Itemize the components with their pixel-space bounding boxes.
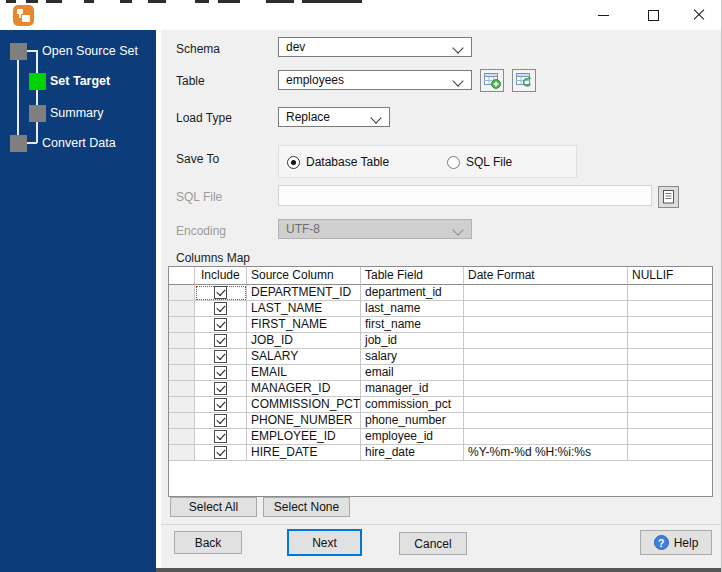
load-type-select[interactable]: Replace <box>278 107 390 127</box>
refresh-tables-button[interactable] <box>512 69 536 92</box>
include-cell[interactable] <box>195 365 247 381</box>
source-column-cell[interactable]: HIRE_DATE <box>247 445 361 461</box>
nullif-cell[interactable] <box>628 365 712 381</box>
table-field-cell[interactable]: employee_id <box>361 429 464 445</box>
nullif-cell[interactable] <box>628 397 712 413</box>
include-checkbox[interactable] <box>214 318 227 331</box>
nullif-cell[interactable] <box>628 301 712 317</box>
table-field-cell[interactable]: last_name <box>361 301 464 317</box>
minimize-button[interactable] <box>588 1 618 29</box>
source-column-cell[interactable]: LAST_NAME <box>247 301 361 317</box>
include-cell[interactable] <box>195 285 247 301</box>
refresh-table-icon <box>516 72 533 89</box>
row-selector[interactable] <box>169 429 195 445</box>
table-field-cell[interactable]: first_name <box>361 317 464 333</box>
include-cell[interactable] <box>195 429 247 445</box>
nullif-cell[interactable] <box>628 333 712 349</box>
nullif-cell[interactable] <box>628 429 712 445</box>
include-checkbox[interactable] <box>214 398 227 411</box>
source-column-cell[interactable]: COMMISSION_PCT <box>247 397 361 413</box>
include-cell[interactable] <box>195 333 247 349</box>
nullif-cell[interactable] <box>628 445 712 461</box>
date-format-cell[interactable] <box>464 381 628 397</box>
next-button[interactable]: Next <box>287 529 362 556</box>
table-field-cell[interactable]: email <box>361 365 464 381</box>
row-selector[interactable] <box>169 397 195 413</box>
include-cell[interactable] <box>195 445 247 461</box>
table-field-cell[interactable]: department_id <box>361 285 464 301</box>
include-checkbox[interactable] <box>214 430 227 443</box>
source-column-cell[interactable]: MANAGER_ID <box>247 381 361 397</box>
table-select[interactable]: employees <box>278 70 472 90</box>
table-field-cell[interactable]: hire_date <box>361 445 464 461</box>
date-format-cell[interactable] <box>464 301 628 317</box>
row-selector[interactable] <box>169 301 195 317</box>
select-none-button[interactable]: Select None <box>263 497 350 517</box>
source-column-cell[interactable]: EMPLOYEE_ID <box>247 429 361 445</box>
select-all-button[interactable]: Select All <box>170 497 257 517</box>
source-column-cell[interactable]: FIRST_NAME <box>247 317 361 333</box>
close-button[interactable] <box>684 1 714 29</box>
browse-sql-file-button[interactable] <box>658 186 679 208</box>
include-checkbox[interactable] <box>214 350 227 363</box>
date-format-cell[interactable] <box>464 333 628 349</box>
save-to-database-table-option[interactable]: Database Table <box>287 155 389 169</box>
schema-select[interactable]: dev <box>278 37 472 57</box>
create-table-button[interactable] <box>480 69 504 92</box>
source-column-cell[interactable]: SALARY <box>247 349 361 365</box>
table-field-cell[interactable]: salary <box>361 349 464 365</box>
radio-unselected-icon <box>447 156 460 169</box>
row-selector[interactable] <box>169 445 195 461</box>
maximize-button[interactable] <box>638 1 668 29</box>
load-type-label: Load Type <box>176 111 232 125</box>
help-button[interactable]: ? Help <box>640 530 712 555</box>
date-format-cell[interactable] <box>464 413 628 429</box>
include-checkbox[interactable] <box>214 446 227 459</box>
source-column-cell[interactable]: JOB_ID <box>247 333 361 349</box>
row-selector[interactable] <box>169 365 195 381</box>
include-cell[interactable] <box>195 413 247 429</box>
table-field-cell[interactable]: phone_number <box>361 413 464 429</box>
table-field-cell[interactable]: job_id <box>361 333 464 349</box>
include-cell[interactable] <box>195 381 247 397</box>
row-selector[interactable] <box>169 317 195 333</box>
source-column-cell[interactable]: PHONE_NUMBER <box>247 413 361 429</box>
include-cell[interactable] <box>195 349 247 365</box>
source-column-cell[interactable]: EMAIL <box>247 365 361 381</box>
source-column-cell[interactable]: DEPARTMENT_ID <box>247 285 361 301</box>
include-checkbox[interactable] <box>214 302 227 315</box>
date-format-cell[interactable] <box>464 397 628 413</box>
row-selector[interactable] <box>169 413 195 429</box>
date-format-cell[interactable] <box>464 317 628 333</box>
include-checkbox[interactable] <box>214 334 227 347</box>
date-format-cell[interactable] <box>464 285 628 301</box>
include-checkbox[interactable] <box>214 286 227 299</box>
nullif-cell[interactable] <box>628 317 712 333</box>
title-bar <box>0 0 722 30</box>
include-checkbox[interactable] <box>214 382 227 395</box>
date-format-cell[interactable] <box>464 365 628 381</box>
save-to-sql-file-option[interactable]: SQL File <box>447 155 512 169</box>
row-selector[interactable] <box>169 349 195 365</box>
include-cell[interactable] <box>195 317 247 333</box>
nullif-cell[interactable] <box>628 413 712 429</box>
include-checkbox[interactable] <box>214 366 227 379</box>
table-row: EMAILemail <box>169 365 712 381</box>
nullif-cell[interactable] <box>628 285 712 301</box>
include-cell[interactable] <box>195 397 247 413</box>
row-selector[interactable] <box>169 285 195 301</box>
table-field-cell[interactable]: manager_id <box>361 381 464 397</box>
date-format-cell[interactable] <box>464 349 628 365</box>
nullif-cell[interactable] <box>628 381 712 397</box>
date-format-cell[interactable]: %Y-%m-%d %H:%i:%s <box>464 445 628 461</box>
footer-divider <box>161 524 722 525</box>
date-format-cell[interactable] <box>464 429 628 445</box>
back-button[interactable]: Back <box>174 531 242 554</box>
include-checkbox[interactable] <box>214 414 227 427</box>
cancel-button[interactable]: Cancel <box>399 532 467 555</box>
nullif-cell[interactable] <box>628 349 712 365</box>
table-field-cell[interactable]: commission_pct <box>361 397 464 413</box>
row-selector[interactable] <box>169 333 195 349</box>
row-selector[interactable] <box>169 381 195 397</box>
include-cell[interactable] <box>195 301 247 317</box>
